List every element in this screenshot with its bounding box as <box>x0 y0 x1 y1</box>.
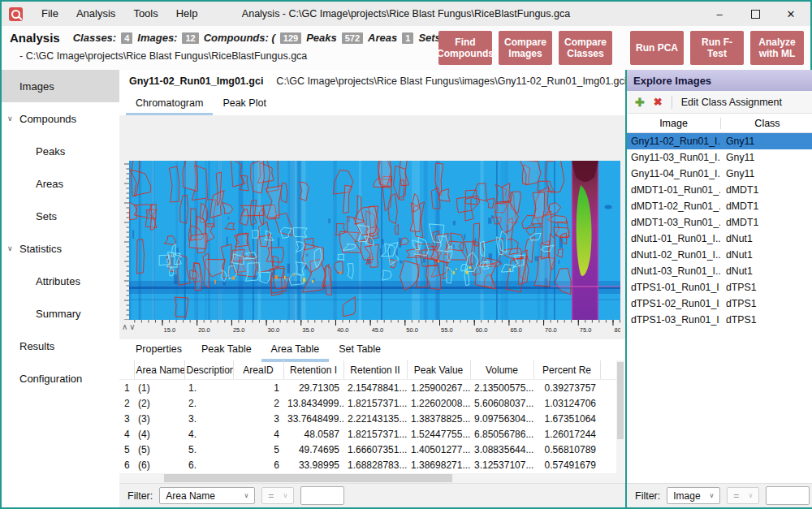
filter-value-input[interactable] <box>766 486 810 505</box>
table-cell: 1.22602008... <box>407 395 470 411</box>
image-name-cell: dMDT1-01_Run01_... <box>627 184 720 196</box>
image-list-row[interactable]: Gny11-04_Run01_I...Gny11 <box>627 166 812 182</box>
table-row[interactable]: 6(6)6.633.989951.68828783...1.38698271..… <box>119 457 616 472</box>
sidebar-item-attributes[interactable]: Attributes <box>2 265 119 297</box>
table-cell: 9.09756304... <box>470 411 533 426</box>
sidebar-item-images[interactable]: Images <box>2 70 119 102</box>
table-cell: 6. <box>184 457 233 472</box>
table-vertical-scrollbar[interactable] <box>616 360 624 485</box>
image-list-row[interactable]: dNut1-03_Run01_I...dNut1 <box>627 263 812 279</box>
sidebar-item-statistics[interactable]: ∨Statistics <box>2 232 119 265</box>
image-list-row[interactable]: dMDT1-01_Run01_...dMDT1 <box>627 182 812 198</box>
analyze-with-ml-button[interactable]: Analyze with ML <box>750 31 804 65</box>
table-cell: 2.22143135... <box>343 411 407 426</box>
delete-image-icon[interactable]: ✖ <box>654 96 663 108</box>
filter-operator-dropdown[interactable]: = ∨ <box>727 487 759 504</box>
compare-images-button[interactable]: Compare Images <box>499 31 552 65</box>
tab-peak-table[interactable]: Peak Table <box>192 340 261 362</box>
filter-value-input[interactable] <box>300 486 344 505</box>
column-header[interactable]: Retention II <box>343 360 407 380</box>
table-row[interactable]: 5(5)5.549.746951.66607351...1.40501277..… <box>119 442 616 457</box>
scrollbar-thumb[interactable] <box>164 474 452 482</box>
filter-operator-dropdown[interactable]: = ∨ <box>261 487 294 504</box>
svg-text:15.0: 15.0 <box>164 326 176 334</box>
filter-field-dropdown[interactable]: Image ∨ <box>667 487 720 504</box>
scrollbar-thumb[interactable] <box>617 362 624 439</box>
tab-area-table[interactable]: Area Table <box>261 340 330 362</box>
table-row[interactable]: 2(2)2.213.8434999...1.82157371...1.22602… <box>119 395 616 411</box>
compare-classes-button[interactable]: Compare Classes <box>559 31 612 65</box>
image-name-cell: dNut1-01_Run01_I... <box>627 233 720 244</box>
sidebar-item-label: Attributes <box>36 275 80 287</box>
sidebar-item-peaks[interactable]: Peaks <box>2 135 119 167</box>
column-header[interactable]: AreaID <box>233 360 283 380</box>
table-cell-filler <box>600 411 616 426</box>
run-f-test-button[interactable]: Run F-Test <box>690 31 744 65</box>
column-header[interactable] <box>119 360 134 380</box>
sidebar-item-areas[interactable]: Areas <box>2 167 119 200</box>
tab-peak-plot[interactable]: Peak Plot <box>213 94 276 116</box>
sets-count-badge: 1 <box>402 32 413 44</box>
tab-chromatogram[interactable]: Chromatogram <box>126 94 213 116</box>
axis-scroll-control[interactable]: ∧∨ <box>122 322 137 331</box>
maximize-button[interactable] <box>737 2 773 26</box>
column-header[interactable]: Description <box>184 360 233 380</box>
image-list-row[interactable]: dNut1-02_Run01_I...dNut1 <box>627 247 812 263</box>
column-header[interactable]: Retention I <box>283 360 343 380</box>
close-button[interactable]: ✕ <box>773 2 809 26</box>
table-row[interactable]: 1(1)1.129.713052.15478841...1.25900267..… <box>119 380 616 396</box>
image-list-row[interactable]: dMDT1-03_Run01_...dMDT1 <box>627 214 812 231</box>
tab-properties[interactable]: Properties <box>126 340 192 362</box>
image-list-row[interactable]: Gny11-02_Run01_I...Gny11 <box>627 133 812 149</box>
image-list-row[interactable]: dTPS1-03_Run01_I...dTPS1 <box>627 312 812 328</box>
column-header[interactable]: Volume <box>470 360 533 380</box>
image-list-row[interactable]: Gny11-03_Run01_I...Gny11 <box>627 149 812 166</box>
sidebar-item-results[interactable]: Results <box>2 330 119 362</box>
menu-tools[interactable]: Tools <box>124 2 166 26</box>
image-class-cell: Gny11 <box>720 136 754 147</box>
sidebar-item-compounds[interactable]: ∨Compounds <box>2 102 119 135</box>
menu-file[interactable]: File <box>32 2 67 26</box>
image-class-cell: dNut1 <box>720 233 753 244</box>
filter-field-dropdown[interactable]: Area Name ∨ <box>159 487 255 504</box>
sidebar-item-configuration[interactable]: Configuration <box>2 362 119 395</box>
svg-text:35.0: 35.0 <box>302 326 314 334</box>
menu-help[interactable]: Help <box>167 2 207 26</box>
table-row[interactable]: 4(4)4.448.05871.82157371...1.52447755...… <box>119 426 616 442</box>
column-header[interactable]: Peak Value <box>407 360 470 380</box>
edit-class-assignment-button[interactable]: Edit Class Assignment <box>681 97 782 108</box>
class-column-header[interactable]: Class <box>721 118 812 129</box>
table-cell: 33.7648499... <box>283 411 343 426</box>
tab-set-table[interactable]: Set Table <box>329 340 391 362</box>
table-cell: (2) <box>134 395 184 411</box>
menu-analysis[interactable]: Analysis <box>67 2 124 26</box>
window-title: Analysis - C:\GC Image\projects\Rice Bla… <box>242 8 570 19</box>
table-row[interactable]: 3(3)3.333.7648499...2.22143135...1.38378… <box>119 411 616 426</box>
image-list-row[interactable]: dTPS1-01_Run01_I...dTPS1 <box>627 279 812 295</box>
image-list-row[interactable]: dMDT1-02_Run01_...dMDT1 <box>627 198 812 214</box>
column-header[interactable]: Area Name <box>134 360 184 380</box>
run-pca-button[interactable]: Run PCA <box>630 31 684 65</box>
image-column-header[interactable]: Image <box>627 118 721 129</box>
svg-text:30.0: 30.0 <box>268 326 280 334</box>
chromatogram-y-axis <box>123 161 129 320</box>
chevron-down-icon: ∨ <box>244 492 248 499</box>
chromatogram-image[interactable] <box>129 161 620 320</box>
sidebar-item-summary[interactable]: Summary <box>2 297 119 330</box>
table-cell: 0.56810789 <box>533 442 600 457</box>
add-image-icon[interactable]: ✚ <box>635 96 645 109</box>
find-compounds-button[interactable]: Find Compounds <box>438 31 492 65</box>
chevron-down-icon: ∨ <box>7 244 13 252</box>
table-cell: 1.68828783... <box>343 457 407 472</box>
minimize-button[interactable]: – <box>702 2 737 26</box>
image-list-row[interactable]: dTPS1-02_Run01_I...dTPS1 <box>627 295 812 312</box>
areas-count-badge: 572 <box>342 32 363 44</box>
column-header[interactable]: Percent Re <box>533 360 600 380</box>
table-horizontal-scrollbar[interactable] <box>119 473 616 483</box>
app-logo-magnifier-icon <box>9 7 23 21</box>
table-cell: 1.67351064 <box>533 411 600 426</box>
image-list-row[interactable]: dNut1-01_Run01_I...dNut1 <box>627 231 812 247</box>
chevron-down-icon: ∨ <box>7 114 13 123</box>
images-count-badge: 12 <box>182 32 198 44</box>
sidebar-item-sets[interactable]: Sets <box>2 200 119 232</box>
